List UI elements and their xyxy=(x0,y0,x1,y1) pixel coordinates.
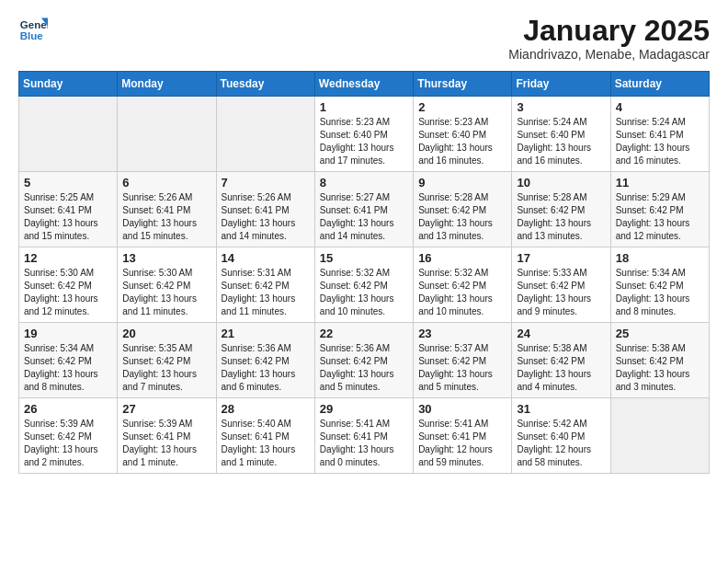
calendar-cell xyxy=(118,97,216,172)
title-block: January 2025 Miandrivazo, Menabe, Madaga… xyxy=(508,15,710,62)
calendar-cell: 15Sunrise: 5:32 AM Sunset: 6:42 PM Dayli… xyxy=(314,247,413,323)
day-number: 16 xyxy=(418,251,506,265)
logo-icon: General Blue xyxy=(18,15,48,44)
day-number: 9 xyxy=(418,176,506,190)
cell-content: Sunrise: 5:35 AM Sunset: 6:42 PM Dayligh… xyxy=(122,342,210,394)
cell-content: Sunrise: 5:28 AM Sunset: 6:42 PM Dayligh… xyxy=(418,191,506,243)
calendar-cell xyxy=(19,97,118,172)
day-number: 19 xyxy=(24,327,112,340)
cell-content: Sunrise: 5:27 AM Sunset: 6:41 PM Dayligh… xyxy=(320,191,408,243)
cell-content: Sunrise: 5:32 AM Sunset: 6:42 PM Dayligh… xyxy=(320,267,408,318)
day-number: 30 xyxy=(418,402,506,416)
day-number: 5 xyxy=(24,176,112,190)
calendar-cell: 5Sunrise: 5:25 AM Sunset: 6:41 PM Daylig… xyxy=(19,172,118,247)
weekday-thursday: Thursday xyxy=(414,72,512,97)
month-title: January 2025 xyxy=(508,15,710,47)
week-row-3: 19Sunrise: 5:34 AM Sunset: 6:42 PM Dayli… xyxy=(19,323,710,398)
cell-content: Sunrise: 5:24 AM Sunset: 6:41 PM Dayligh… xyxy=(616,116,704,167)
cell-content: Sunrise: 5:38 AM Sunset: 6:42 PM Dayligh… xyxy=(616,342,704,394)
page: General Blue January 2025 Miandrivazo, M… xyxy=(0,0,728,563)
weekday-sunday: Sunday xyxy=(19,72,118,97)
week-row-0: 1Sunrise: 5:23 AM Sunset: 6:40 PM Daylig… xyxy=(19,97,710,172)
cell-content: Sunrise: 5:38 AM Sunset: 6:42 PM Dayligh… xyxy=(517,342,605,394)
calendar-cell: 2Sunrise: 5:23 AM Sunset: 6:40 PM Daylig… xyxy=(414,97,512,172)
calendar-cell: 3Sunrise: 5:24 AM Sunset: 6:40 PM Daylig… xyxy=(512,97,610,172)
cell-content: Sunrise: 5:30 AM Sunset: 6:42 PM Dayligh… xyxy=(122,267,210,318)
calendar-cell: 28Sunrise: 5:40 AM Sunset: 6:41 PM Dayli… xyxy=(216,398,314,474)
cell-content: Sunrise: 5:41 AM Sunset: 6:41 PM Dayligh… xyxy=(418,418,506,469)
cell-content: Sunrise: 5:25 AM Sunset: 6:41 PM Dayligh… xyxy=(24,191,112,243)
day-number: 2 xyxy=(418,100,506,114)
header: General Blue January 2025 Miandrivazo, M… xyxy=(18,15,710,62)
cell-content: Sunrise: 5:29 AM Sunset: 6:42 PM Dayligh… xyxy=(616,191,704,243)
day-number: 23 xyxy=(418,327,506,340)
cell-content: Sunrise: 5:26 AM Sunset: 6:41 PM Dayligh… xyxy=(122,191,210,243)
day-number: 25 xyxy=(616,327,704,340)
calendar-cell: 12Sunrise: 5:30 AM Sunset: 6:42 PM Dayli… xyxy=(19,247,118,323)
cell-content: Sunrise: 5:23 AM Sunset: 6:40 PM Dayligh… xyxy=(320,116,408,167)
logo: General Blue xyxy=(18,15,48,44)
calendar-cell: 24Sunrise: 5:38 AM Sunset: 6:42 PM Dayli… xyxy=(512,323,610,398)
day-number: 24 xyxy=(517,327,605,340)
calendar-cell: 21Sunrise: 5:36 AM Sunset: 6:42 PM Dayli… xyxy=(216,323,314,398)
day-number: 22 xyxy=(320,327,408,340)
calendar-cell: 30Sunrise: 5:41 AM Sunset: 6:41 PM Dayli… xyxy=(414,398,512,474)
svg-text:Blue: Blue xyxy=(20,30,44,41)
calendar-cell: 23Sunrise: 5:37 AM Sunset: 6:42 PM Dayli… xyxy=(414,323,512,398)
calendar-cell: 9Sunrise: 5:28 AM Sunset: 6:42 PM Daylig… xyxy=(414,172,512,247)
cell-content: Sunrise: 5:39 AM Sunset: 6:42 PM Dayligh… xyxy=(24,418,112,469)
cell-content: Sunrise: 5:39 AM Sunset: 6:41 PM Dayligh… xyxy=(122,418,210,469)
calendar-cell: 1Sunrise: 5:23 AM Sunset: 6:40 PM Daylig… xyxy=(314,97,413,172)
calendar-cell: 8Sunrise: 5:27 AM Sunset: 6:41 PM Daylig… xyxy=(314,172,413,247)
day-number: 8 xyxy=(320,176,408,190)
calendar-cell: 31Sunrise: 5:42 AM Sunset: 6:40 PM Dayli… xyxy=(512,398,610,474)
day-number: 15 xyxy=(320,251,408,265)
calendar-cell: 17Sunrise: 5:33 AM Sunset: 6:42 PM Dayli… xyxy=(512,247,610,323)
day-number: 29 xyxy=(320,402,408,416)
cell-content: Sunrise: 5:36 AM Sunset: 6:42 PM Dayligh… xyxy=(222,342,310,394)
day-number: 18 xyxy=(616,251,704,265)
day-number: 11 xyxy=(616,176,704,190)
calendar-cell: 6Sunrise: 5:26 AM Sunset: 6:41 PM Daylig… xyxy=(118,172,216,247)
day-number: 14 xyxy=(222,251,310,265)
day-number: 27 xyxy=(122,402,210,416)
subtitle: Miandrivazo, Menabe, Madagascar xyxy=(508,47,710,62)
weekday-tuesday: Tuesday xyxy=(216,72,314,97)
weekday-friday: Friday xyxy=(512,72,610,97)
calendar-cell: 7Sunrise: 5:26 AM Sunset: 6:41 PM Daylig… xyxy=(216,172,314,247)
calendar-cell: 14Sunrise: 5:31 AM Sunset: 6:42 PM Dayli… xyxy=(216,247,314,323)
cell-content: Sunrise: 5:31 AM Sunset: 6:42 PM Dayligh… xyxy=(222,267,310,318)
cell-content: Sunrise: 5:40 AM Sunset: 6:41 PM Dayligh… xyxy=(222,418,310,469)
cell-content: Sunrise: 5:37 AM Sunset: 6:42 PM Dayligh… xyxy=(418,342,506,394)
day-number: 3 xyxy=(517,100,605,114)
calendar-cell: 11Sunrise: 5:29 AM Sunset: 6:42 PM Dayli… xyxy=(610,172,709,247)
day-number: 1 xyxy=(320,100,408,114)
cell-content: Sunrise: 5:36 AM Sunset: 6:42 PM Dayligh… xyxy=(320,342,408,394)
day-number: 6 xyxy=(122,176,210,190)
day-number: 28 xyxy=(222,402,310,416)
calendar-cell: 27Sunrise: 5:39 AM Sunset: 6:41 PM Dayli… xyxy=(118,398,216,474)
calendar-cell: 22Sunrise: 5:36 AM Sunset: 6:42 PM Dayli… xyxy=(314,323,413,398)
day-number: 12 xyxy=(24,251,112,265)
cell-content: Sunrise: 5:42 AM Sunset: 6:40 PM Dayligh… xyxy=(517,418,605,469)
day-number: 21 xyxy=(222,327,310,340)
calendar-header: Sunday Monday Tuesday Wednesday Thursday… xyxy=(19,72,710,97)
calendar-cell: 20Sunrise: 5:35 AM Sunset: 6:42 PM Dayli… xyxy=(118,323,216,398)
calendar-cell: 25Sunrise: 5:38 AM Sunset: 6:42 PM Dayli… xyxy=(610,323,709,398)
calendar-cell: 4Sunrise: 5:24 AM Sunset: 6:41 PM Daylig… xyxy=(610,97,709,172)
cell-content: Sunrise: 5:33 AM Sunset: 6:42 PM Dayligh… xyxy=(517,267,605,318)
week-row-1: 5Sunrise: 5:25 AM Sunset: 6:41 PM Daylig… xyxy=(19,172,710,247)
day-number: 10 xyxy=(517,176,605,190)
cell-content: Sunrise: 5:26 AM Sunset: 6:41 PM Dayligh… xyxy=(222,191,310,243)
cell-content: Sunrise: 5:32 AM Sunset: 6:42 PM Dayligh… xyxy=(418,267,506,318)
cell-content: Sunrise: 5:34 AM Sunset: 6:42 PM Dayligh… xyxy=(616,267,704,318)
day-number: 31 xyxy=(517,402,605,416)
day-number: 17 xyxy=(517,251,605,265)
cell-content: Sunrise: 5:34 AM Sunset: 6:42 PM Dayligh… xyxy=(24,342,112,394)
weekday-row: Sunday Monday Tuesday Wednesday Thursday… xyxy=(19,72,710,97)
weekday-wednesday: Wednesday xyxy=(314,72,413,97)
calendar-cell: 10Sunrise: 5:28 AM Sunset: 6:42 PM Dayli… xyxy=(512,172,610,247)
day-number: 4 xyxy=(616,100,704,114)
calendar-body: 1Sunrise: 5:23 AM Sunset: 6:40 PM Daylig… xyxy=(19,97,710,474)
day-number: 20 xyxy=(122,327,210,340)
